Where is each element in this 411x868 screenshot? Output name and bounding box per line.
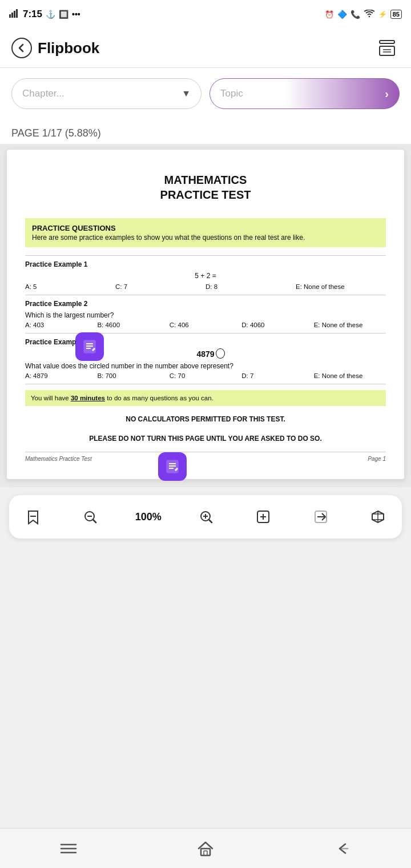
nav-back-button[interactable] [325, 836, 360, 861]
document-page: MATHEMATICS PRACTICE TEST PRACTICE QUEST… [7, 150, 404, 479]
usb-icon: ⚓ [46, 10, 55, 19]
zoom-in-button[interactable] [194, 504, 219, 529]
status-left: 7:15 ⚓ 🔲 ••• [9, 9, 80, 21]
annotation-icon-1[interactable] [75, 332, 104, 361]
answer-item: C: 7 [115, 283, 206, 290]
page-info-bar: PAGE 1/17 (5.88%) [0, 119, 411, 144]
topic-arrow-icon: › [385, 87, 389, 101]
signal-icon [9, 9, 19, 21]
example-2-question: Which is the largest number? [25, 311, 386, 319]
answer-item: D: 7 [241, 372, 313, 379]
answer-item: A: 5 [25, 283, 115, 290]
header-left: Flipbook [11, 38, 99, 58]
answer-item: A: 403 [25, 322, 97, 328]
practice-banner-text: Here are some practice examples to show … [32, 234, 379, 242]
nav-home-button[interactable] [188, 836, 223, 861]
extra-icon: 🔲 [59, 10, 68, 19]
more-icon: ••• [72, 10, 80, 19]
document-title: MATHEMATICS PRACTICE TEST [25, 172, 386, 202]
page-counter: PAGE 1/17 (5.88%) [11, 127, 101, 139]
example-3-answers: A: 4879 B: 700 C: 70 D: 7 E: None of the… [25, 372, 386, 379]
example-1-answers: A: 5 C: 7 D: 8 E: None of these [25, 283, 386, 290]
3d-view-button[interactable] [365, 504, 390, 529]
document-footer: Mathematics Practice Test Page 1 [25, 452, 386, 462]
answer-item: C: 406 [170, 322, 241, 328]
header-action-icon[interactable] [374, 35, 400, 61]
divider-2 [25, 295, 386, 295]
wifi-icon [364, 10, 375, 19]
please-note: PLEASE DO NOT TURN THIS PAGE UNTIL YOU A… [25, 435, 386, 443]
svg-rect-0 [9, 14, 11, 18]
topic-label: Topic [220, 88, 243, 99]
divider-4 [25, 384, 386, 384]
nav-menu-button[interactable] [51, 836, 86, 861]
chapter-filter[interactable]: Chapter... ▼ [11, 78, 202, 109]
practice-banner-title: PRACTICE QUESTIONS [32, 224, 379, 232]
answer-item: B: 4600 [97, 322, 169, 328]
share-button[interactable] [308, 504, 333, 529]
time-banner: You will have 30 minutes to do as many q… [25, 390, 386, 406]
status-right: ⏰ 🔷 📞 ⚡ 85 [325, 10, 402, 19]
bluetooth-icon: 🔷 [337, 10, 347, 19]
alarm-icon: ⏰ [325, 10, 334, 19]
svg-rect-5 [380, 46, 394, 55]
back-button[interactable] [11, 38, 32, 58]
topic-filter[interactable]: Topic › [209, 78, 400, 109]
header: Flipbook [0, 29, 411, 68]
bookmark-button[interactable] [21, 504, 46, 529]
zoom-out-button[interactable] [78, 504, 103, 529]
svg-rect-1 [11, 13, 13, 18]
document-container: MATHEMATICS PRACTICE TEST PRACTICE QUEST… [0, 144, 411, 487]
call-icon: 📞 [350, 10, 360, 19]
example-3-question: What value does the circled number in th… [25, 362, 386, 370]
answer-item: D: 8 [206, 283, 296, 290]
answer-item: E: None of these [296, 283, 386, 290]
chapter-chevron-icon: ▼ [182, 89, 191, 99]
answer-item: E: None of these [314, 372, 386, 379]
example-2-answers: A: 403 B: 4600 C: 406 D: 4060 E: None of… [25, 322, 386, 328]
practice-banner: PRACTICE QUESTIONS Here are some practic… [25, 218, 386, 247]
bottom-navigation [0, 828, 411, 868]
page-title: Flipbook [38, 39, 99, 57]
svg-rect-3 [16, 9, 18, 18]
annotation-icon-2[interactable] [158, 452, 187, 481]
status-bar: 7:15 ⚓ 🔲 ••• ⏰ 🔷 📞 ⚡ 85 [0, 0, 411, 29]
chapter-placeholder: Chapter... [22, 88, 65, 99]
answer-item: B: 700 [97, 372, 169, 379]
answer-item: D: 4060 [241, 322, 313, 328]
example-2-header: Practice Example 2 [25, 300, 386, 308]
svg-line-23 [209, 520, 212, 523]
zoom-level: 100% [135, 511, 162, 523]
divider-1 [25, 255, 386, 256]
no-calculators-notice: NO CALCULATORS PERMITTED FOR THIS TEST. [25, 415, 386, 423]
charging-icon: ⚡ [378, 10, 387, 18]
add-page-button[interactable] [251, 504, 276, 529]
battery-indicator: 85 [390, 10, 402, 19]
viewer-toolbar: 100% [9, 495, 402, 539]
answer-item: C: 70 [170, 372, 241, 379]
svg-rect-34 [201, 849, 210, 855]
time-display: 7:15 [23, 9, 42, 20]
svg-rect-2 [14, 11, 15, 18]
example-1-header: Practice Example 1 [25, 260, 386, 268]
footer-left: Mathematics Practice Test [25, 456, 92, 462]
svg-rect-4 [380, 41, 394, 43]
svg-line-19 [93, 520, 96, 523]
footer-right: Page 1 [368, 456, 386, 462]
filters-row: Chapter... ▼ Topic › [0, 68, 411, 119]
circled-digit: 9 [210, 349, 215, 359]
answer-item: E: None of these [314, 322, 386, 328]
example-1-question: 5 + 2 = [25, 272, 386, 280]
answer-item: A: 4879 [25, 372, 97, 379]
